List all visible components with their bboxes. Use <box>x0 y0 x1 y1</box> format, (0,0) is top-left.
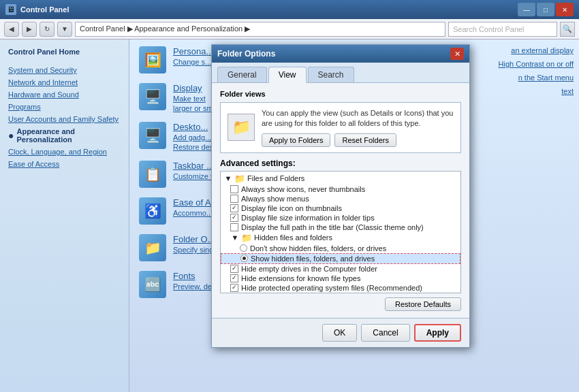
checkbox-hide-protected[interactable] <box>230 284 238 292</box>
window-controls: — □ ✕ <box>518 3 574 16</box>
address-path-text: Control Panel ▶ Appearance and Personali… <box>80 24 250 33</box>
ease-icon: ♿ <box>139 197 166 225</box>
tree-item-files-folders: ▼ 📁 Files and Folders <box>221 173 460 184</box>
folder-views-icon: 📁 <box>228 114 255 141</box>
dialog-body: Folder views 📁 You can apply the view (s… <box>212 83 469 318</box>
label-dont-show-hidden: Don't show hidden files, folders, or dri… <box>250 244 386 252</box>
label-always-menus: Always show menus <box>241 195 309 203</box>
ok-button[interactable]: OK <box>322 324 357 342</box>
label-file-icon-thumbnails: Display file icon on thumbnails <box>241 204 342 212</box>
right-link-ease[interactable]: text <box>499 87 574 95</box>
tree-item-hide-empty-drives: Hide empty drives in the Computer folder <box>221 264 460 274</box>
sidebar-item-hardware-sound[interactable]: Hardware and Sound <box>0 88 129 101</box>
label-hide-extensions: Hide extensions for known file types <box>241 274 360 282</box>
tree-item-dont-show-hidden: Don't show hidden files, folders, or dri… <box>221 244 460 253</box>
folder-options-dialog: Folder Options ✕ General View Search Fol… <box>211 44 470 348</box>
sidebar: Control Panel Home System and Security N… <box>0 39 129 392</box>
checkbox-hide-extensions[interactable] <box>230 274 238 282</box>
tree-item-always-menus: Always show menus <box>221 194 460 203</box>
label-show-hidden: Show hidden files, folders, and drives <box>251 255 375 263</box>
dialog-close-button[interactable]: ✕ <box>450 48 464 60</box>
forward-button[interactable]: ▶ <box>22 22 37 37</box>
apply-to-folders-button[interactable]: Apply to Folders <box>262 133 330 147</box>
refresh-button[interactable]: ↻ <box>40 22 54 37</box>
label-hide-protected: Hide protected operating system files (R… <box>241 284 422 292</box>
fonts-icon: 🔤 <box>139 271 166 298</box>
radio-show-hidden[interactable] <box>240 255 248 262</box>
dialog-title: Folder Options <box>217 49 275 59</box>
tree-label-files-folders: Files and Folders <box>247 174 304 182</box>
apply-button[interactable]: Apply <box>414 324 461 342</box>
tab-view[interactable]: View <box>268 67 307 83</box>
right-link-taskbar[interactable]: n the Start menu <box>499 74 574 82</box>
sidebar-item-programs[interactable]: Programs <box>0 101 129 113</box>
label-hide-empty-drives: Hide empty drives in the Computer folder <box>241 265 377 273</box>
recent-button[interactable]: ▼ <box>57 22 72 37</box>
label-always-icons: Always show icons, never thumbnails <box>241 185 365 193</box>
tree-item-file-icon-thumbnails: Display file icon on thumbnails <box>221 203 460 213</box>
sidebar-item-system-security[interactable]: System and Security <box>0 64 129 76</box>
label-file-size-info: Display file size information in folder … <box>241 214 375 222</box>
tree-item-hide-protected: Hide protected operating system files (R… <box>221 283 460 293</box>
reset-folders-button[interactable]: Reset Folders <box>334 133 396 147</box>
back-button[interactable]: ◀ <box>4 22 19 37</box>
folder-views-box: 📁 You can apply the view (such as Detail… <box>220 102 461 153</box>
dialog-tabs: General View Search <box>212 63 469 83</box>
search-button[interactable]: 🔍 <box>560 22 575 37</box>
personalization-title[interactable]: Persona... <box>173 46 213 56</box>
title-bar-left: 🖥 Control Panel <box>5 4 69 15</box>
sidebar-item-user-accounts[interactable]: User Accounts and Family Safety <box>0 113 129 125</box>
right-link-display[interactable]: an external display <box>499 46 574 54</box>
tab-general[interactable]: General <box>217 67 267 82</box>
tree-item-full-path: Display the full path in the title bar (… <box>221 223 460 232</box>
sidebar-item-appearance-label: Appearance and Personalization <box>16 127 121 144</box>
search-box[interactable]: Search Control Panel <box>448 22 557 37</box>
restore-defaults-button[interactable]: Restore Defaults <box>385 297 461 311</box>
folder-views-description: You can apply the view (such as Details … <box>262 108 454 129</box>
tree-item-always-icons: Always show icons, never thumbnails <box>221 184 460 194</box>
right-link-desktop[interactable]: High Contrast on or off <box>499 60 574 68</box>
personalization-sub1[interactable]: Change s... <box>173 58 213 66</box>
checkbox-always-menus[interactable] <box>230 195 238 203</box>
checkbox-hide-empty-drives[interactable] <box>230 265 238 273</box>
tree-item-file-size-info: Display file size information in folder … <box>221 213 460 223</box>
advanced-settings-label: Advanced settings: <box>220 159 461 168</box>
radio-dont-show-hidden[interactable] <box>240 244 247 252</box>
sidebar-item-clock-language[interactable]: Clock, Language, and Region <box>0 146 129 158</box>
sidebar-item-network-internet[interactable]: Network and Internet <box>0 76 129 88</box>
taskbar-icon: 📋 <box>139 161 166 188</box>
address-path[interactable]: Control Panel ▶ Appearance and Personali… <box>75 22 445 37</box>
personalization-icon: 🖼️ <box>139 46 166 74</box>
sidebar-item-ease[interactable]: Ease of Access <box>0 158 129 170</box>
tree-item-show-hidden: Show hidden files, folders, and drives <box>221 253 460 264</box>
folder-views-content: You can apply the view (such as Details … <box>262 108 454 147</box>
tree-item-hide-extensions: Hide extensions for known file types <box>221 274 460 283</box>
checkbox-always-icons[interactable] <box>230 185 238 193</box>
label-full-path: Display the full path in the title bar (… <box>241 223 424 231</box>
close-window-button[interactable]: ✕ <box>556 3 574 16</box>
tree-item-hidden-header: ▼ 📁 Hidden files and folders <box>221 232 460 244</box>
sidebar-item-appearance[interactable]: ● Appearance and Personalization <box>0 125 129 146</box>
checkbox-full-path[interactable] <box>230 223 238 231</box>
address-bar: ◀ ▶ ↻ ▼ Control Panel ▶ Appearance and P… <box>0 19 579 39</box>
expand-icon[interactable]: ▼ <box>223 174 233 183</box>
folder-icon-ff: 📁 <box>234 174 245 184</box>
maximize-button[interactable]: □ <box>537 3 554 16</box>
label-hidden-header: Hidden files and folders <box>254 233 332 242</box>
main-window: 🖥 Control Panel — □ ✕ ◀ ▶ ↻ ▼ Control Pa… <box>0 0 579 392</box>
folder-views-buttons: Apply to Folders Reset Folders <box>262 133 454 147</box>
title-bar: 🖥 Control Panel — □ ✕ <box>0 0 579 19</box>
tab-search[interactable]: Search <box>308 67 354 82</box>
window-title: Control Panel <box>20 5 69 14</box>
minimize-button[interactable]: — <box>518 3 535 16</box>
dialog-footer: OK Cancel Apply <box>212 318 469 347</box>
sidebar-home[interactable]: Control Panel Home <box>0 45 129 59</box>
cancel-button[interactable]: Cancel <box>361 324 409 342</box>
checkbox-file-icon-thumbnails[interactable] <box>230 204 238 212</box>
advanced-settings-tree[interactable]: ▼ 📁 Files and Folders Always show icons,… <box>220 171 461 293</box>
active-bullet: ● <box>8 130 14 141</box>
display-icon: 🖥️ <box>139 83 166 110</box>
folder-icon: 📁 <box>139 234 166 261</box>
checkbox-file-size-info[interactable] <box>230 214 238 222</box>
expand-hidden-icon[interactable]: ▼ <box>230 233 240 242</box>
